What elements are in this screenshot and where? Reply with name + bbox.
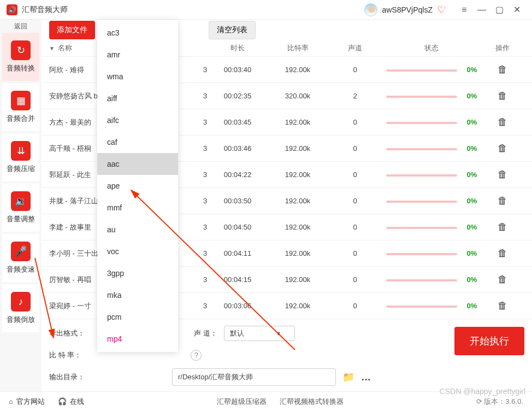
delete-icon[interactable]: 🗑	[498, 221, 507, 232]
volume-icon: 🔉	[11, 191, 31, 211]
start-button[interactable]: 开始执行	[454, 327, 524, 355]
delete-icon[interactable]: 🗑	[498, 300, 507, 311]
cell-channel: 0	[328, 249, 382, 257]
reverse-icon: ♪	[11, 292, 31, 312]
folder-icon[interactable]: 📁	[342, 371, 354, 383]
format-option-caf[interactable]: caf	[97, 131, 178, 153]
format-option-3gpp[interactable]: 3gpp	[97, 262, 178, 284]
help-icon[interactable]: ?	[191, 350, 202, 361]
cell-status: 0%	[382, 171, 481, 179]
refresh-icon[interactable]: ⟳	[476, 397, 482, 406]
cell-bitrate: 192.00k	[268, 171, 328, 179]
menu-icon[interactable]: ≡	[456, 5, 473, 15]
footer-link-video[interactable]: 汇帮视频格式转换器	[280, 397, 344, 407]
format-option-aiff[interactable]: aiff	[97, 87, 178, 109]
minimize-icon[interactable]: —	[473, 5, 490, 15]
footer-link-compressor[interactable]: 汇帮超级压缩器	[217, 397, 267, 407]
sort-icon: ▼	[49, 45, 55, 51]
cell-op: 🗑	[481, 64, 524, 75]
cell-percent: 0%	[467, 302, 477, 310]
delete-icon[interactable]: 🗑	[498, 274, 507, 285]
channel-select[interactable]: 默认 ▼	[224, 326, 295, 341]
sidebar-item-label: 音频压缩	[7, 164, 35, 174]
format-option-mmf[interactable]: mmf	[97, 197, 178, 219]
sidebar-item-speed[interactable]: 🎤 音频变速	[2, 234, 39, 282]
username[interactable]: awS8PVjPqlsZ	[382, 5, 433, 14]
cell-status: 0%	[382, 144, 481, 152]
cell-percent: 0%	[467, 249, 477, 257]
format-option-wma[interactable]: wma	[97, 66, 178, 87]
cell-frag: 3	[203, 171, 207, 179]
format-option-mp4[interactable]: mp4	[97, 328, 178, 350]
sidebar-item-convert[interactable]: ↻ 音频转换	[2, 33, 39, 81]
delete-icon[interactable]: 🗑	[498, 195, 507, 206]
cell-op: 🗑	[481, 221, 524, 233]
cell-bitrate: 192.00k	[268, 118, 328, 126]
cell-duration: 00:04:22	[208, 171, 268, 179]
progress-bar	[386, 174, 457, 177]
sidebar-item-compress[interactable]: ⇊ 音频压缩	[2, 133, 39, 181]
close-icon[interactable]: ✕	[508, 4, 525, 15]
cell-frag: 3	[203, 249, 207, 257]
delete-icon[interactable]: 🗑	[498, 169, 507, 180]
footer-site[interactable]: ⌂官方网站	[9, 397, 45, 407]
app-logo-icon: 🔊	[7, 4, 17, 15]
cell-status: 0%	[382, 92, 481, 100]
add-file-button[interactable]: 添加文件	[49, 21, 95, 39]
watermark: CSDN @happy_prettygirl	[440, 387, 525, 396]
avatar-icon[interactable]	[364, 3, 377, 16]
delete-icon[interactable]: 🗑	[498, 64, 507, 75]
cell-percent: 0%	[467, 197, 477, 205]
format-option-ac3[interactable]: ac3	[97, 22, 178, 44]
delete-icon[interactable]: 🗑	[498, 116, 507, 127]
merge-icon: ▦	[11, 91, 31, 110]
sidebar-item-volume[interactable]: 🔉 音量调整	[2, 184, 39, 232]
format-option-amr[interactable]: amr	[97, 44, 178, 66]
sidebar-item-reverse[interactable]: ♪ 音频倒放	[2, 284, 39, 332]
cell-status: 0%	[382, 118, 481, 126]
sidebar-item-label: 音频变速	[7, 265, 35, 274]
format-option-voc[interactable]: voc	[97, 240, 178, 262]
cell-channel: 0	[328, 66, 382, 74]
version: ⟳ 版本：3.6.0.	[476, 397, 523, 407]
cell-channel: 0	[328, 197, 382, 205]
heart-icon[interactable]: ♡	[437, 4, 446, 16]
format-option-mka[interactable]: mka	[97, 284, 178, 306]
sidebar-item-label: 音量调整	[7, 214, 35, 224]
outdir-path[interactable]: r/Desktop/汇帮音频大师	[172, 368, 336, 386]
cell-op: 🗑	[481, 248, 524, 259]
cell-percent: 0%	[467, 275, 477, 284]
clear-list-button[interactable]: 清空列表	[209, 21, 256, 39]
footer-online[interactable]: 🎧在线	[58, 397, 84, 407]
cell-op: 🗑	[481, 90, 524, 102]
cell-bitrate: 192.00k	[268, 249, 328, 257]
cell-channel: 0	[328, 275, 382, 284]
cell-status: 0%	[382, 302, 481, 310]
cell-channel: 2	[328, 92, 382, 100]
format-option-aifc[interactable]: aifc	[97, 109, 178, 131]
maximize-icon[interactable]: ▢	[490, 4, 508, 15]
delete-icon[interactable]: 🗑	[498, 248, 507, 259]
back-button[interactable]: 返回	[0, 20, 42, 32]
delete-icon[interactable]: 🗑	[498, 143, 507, 154]
compress-icon: ⇊	[11, 141, 31, 161]
delete-icon[interactable]: 🗑	[498, 90, 507, 101]
cell-percent: 0%	[467, 118, 477, 126]
more-icon[interactable]: …	[361, 372, 371, 383]
format-option-au[interactable]: au	[97, 219, 178, 240]
cell-bitrate: 192.00k	[268, 275, 328, 284]
format-option-ape[interactable]: ape	[97, 175, 178, 197]
format-dropdown[interactable]: ac3amrwmaaiffaifccafaacapemmfauvoc3gppmk…	[97, 20, 178, 352]
format-option-pcm[interactable]: pcm	[97, 306, 178, 328]
sidebar-item-merge[interactable]: ▦ 音频合并	[2, 83, 39, 131]
col-header-bitrate: 比特率	[268, 43, 328, 53]
cell-channel: 0	[328, 144, 382, 152]
cell-frag: 3	[203, 66, 207, 74]
format-option-aac[interactable]: aac	[97, 153, 178, 175]
cell-channel: 0	[328, 223, 382, 231]
cell-status: 0%	[382, 249, 481, 257]
cell-op: 🗑	[481, 195, 524, 207]
cell-channel: 0	[328, 118, 382, 126]
col-header-op: 操作	[481, 43, 524, 53]
cell-frag: 3	[203, 92, 207, 100]
